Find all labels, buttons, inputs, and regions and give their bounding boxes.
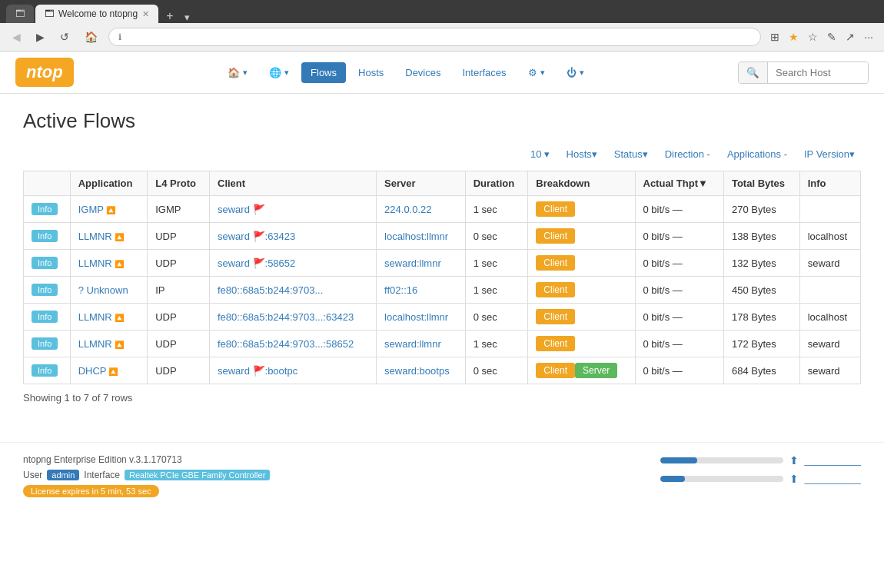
- application-link[interactable]: LLMNR 🔼: [78, 257, 124, 269]
- favorites-button[interactable]: ☆: [805, 29, 821, 45]
- client-link[interactable]: seward 🚩:bootpc: [218, 365, 297, 377]
- row-1-action: Info: [24, 223, 71, 250]
- toolbar-icons: ⊞ ★ ☆ ✎ ↗ ···: [767, 29, 876, 45]
- home-button[interactable]: 🏠: [80, 29, 102, 45]
- new-tab-button[interactable]: +: [160, 9, 179, 23]
- application-link[interactable]: LLMNR 🔼: [78, 311, 124, 323]
- nav-hosts[interactable]: Hosts: [349, 62, 393, 83]
- col-actual-thpt[interactable]: Actual Thpt▼: [635, 171, 723, 196]
- ip-version-filter[interactable]: IP Version▾: [798, 145, 861, 163]
- address-bar: ℹ localhost:3000/lua/flows_stats.lua: [108, 28, 761, 46]
- row-2-l4proto: UDP: [148, 250, 210, 277]
- row-0-action: Info: [24, 196, 71, 223]
- flag-icon: 🚩: [253, 257, 265, 269]
- reader-view-button[interactable]: ⊞: [767, 29, 783, 45]
- rows-filter[interactable]: 10 ▾: [524, 145, 555, 163]
- client-badge: Client: [536, 336, 575, 351]
- server-link[interactable]: localhost:llmnr: [384, 231, 448, 242]
- logo[interactable]: ntop: [15, 58, 74, 87]
- app-icon: 🔼: [112, 233, 124, 241]
- nav-home[interactable]: 🏠 ▾: [218, 62, 257, 83]
- row-6-duration: 0 sec: [465, 357, 528, 384]
- client-badge: Client: [536, 363, 575, 378]
- application-link[interactable]: LLMNR 🔼: [78, 338, 124, 350]
- row-1-l4proto: UDP: [148, 223, 210, 250]
- back-button[interactable]: ◀: [8, 29, 25, 45]
- col-application: Application: [70, 171, 148, 196]
- application-link[interactable]: IGMP 🔼: [78, 204, 115, 215]
- info-button[interactable]: Info: [32, 203, 58, 215]
- interface-badge: Realtek PCIe GBE Family Controller: [125, 470, 270, 480]
- row-1-info-text: localhost: [799, 223, 860, 250]
- server-link[interactable]: 224.0.0.22: [384, 204, 431, 215]
- share-button[interactable]: ↗: [842, 29, 858, 45]
- col-duration: Duration: [465, 171, 528, 196]
- nav-interfaces[interactable]: Interfaces: [454, 62, 516, 83]
- server-link[interactable]: seward:llmnr: [384, 338, 441, 350]
- app-icon: 🔼: [112, 341, 124, 349]
- info-button[interactable]: Info: [32, 284, 58, 296]
- col-total-bytes: Total Bytes: [723, 171, 799, 196]
- client-link[interactable]: seward 🚩: [218, 204, 265, 215]
- client-link[interactable]: fe80::68a5:b244:9703...: [218, 284, 323, 296]
- nav-globe[interactable]: 🌐 ▾: [260, 62, 298, 83]
- row-2-actual-thpt: 0 bit/s —: [635, 250, 723, 277]
- close-icon[interactable]: ✕: [142, 9, 149, 19]
- server-link[interactable]: seward:llmnr: [384, 257, 441, 269]
- search-input[interactable]: [768, 62, 868, 83]
- server-link[interactable]: seward:bootps: [384, 365, 450, 377]
- row-4-duration: 0 sec: [465, 304, 528, 331]
- application-link[interactable]: LLMNR 🔼: [78, 231, 124, 242]
- info-button[interactable]: Info: [32, 257, 58, 269]
- lock-icon: ℹ: [118, 32, 121, 42]
- edition-text: ntopng Enterprise Edition v.3.1.170713: [23, 454, 270, 465]
- search-button[interactable]: 🔍: [739, 62, 768, 83]
- client-link[interactable]: seward 🚩:58652: [218, 257, 295, 269]
- client-link[interactable]: fe80::68a5:b244:9703...:58652: [218, 338, 354, 350]
- client-link[interactable]: fe80::68a5:b244:9703...:63423: [218, 311, 354, 323]
- client-link[interactable]: seward 🚩:63423: [218, 231, 295, 242]
- row-1-breakdown: Client: [528, 223, 635, 250]
- address-input[interactable]: localhost:3000/lua/flows_stats.lua: [126, 32, 751, 42]
- row-0-duration: 1 sec: [465, 196, 528, 223]
- row-2-breakdown: Client: [528, 250, 635, 277]
- pen-button[interactable]: ✎: [824, 29, 839, 45]
- row-6-breakdown: ClientServer: [528, 357, 635, 384]
- browser-tab-active[interactable]: 🗔 Welcome to ntopng ✕: [35, 5, 158, 23]
- forward-button[interactable]: ▶: [32, 29, 49, 45]
- table-body: InfoIGMP 🔼IGMPseward 🚩224.0.0.221 secCli…: [24, 196, 861, 384]
- browser-tab-inactive[interactable]: 🗔: [6, 5, 34, 23]
- nav-devices[interactable]: Devices: [396, 62, 450, 83]
- row-5-l4proto: UDP: [148, 331, 210, 357]
- bookmark-button[interactable]: ★: [786, 29, 802, 45]
- flag-icon: 🚩: [253, 365, 265, 377]
- app-wrapper: ntop 🏠 ▾ 🌐 ▾ Flows Hosts Devices Interfa…: [0, 51, 884, 551]
- info-button[interactable]: Info: [32, 364, 58, 377]
- hosts-filter[interactable]: Hosts▾: [560, 145, 603, 163]
- server-link[interactable]: localhost:llmnr: [384, 311, 448, 323]
- info-button[interactable]: Info: [32, 311, 58, 323]
- table-header: Application L4 Proto Client Server Durat…: [24, 171, 861, 196]
- reload-button[interactable]: ↺: [55, 29, 74, 45]
- flows-table: Application L4 Proto Client Server Durat…: [23, 171, 861, 384]
- nav-power[interactable]: ⏻ ▾: [557, 62, 593, 83]
- application-link[interactable]: ? Unknown: [78, 284, 128, 296]
- row-3-total-bytes: 450 Bytes: [723, 277, 799, 304]
- tab-list-button[interactable]: ▾: [181, 12, 193, 23]
- row-3-duration: 1 sec: [465, 277, 528, 304]
- app-icon: 🔼: [112, 260, 124, 268]
- col-client: Client: [210, 171, 377, 196]
- menu-button[interactable]: ···: [861, 29, 876, 45]
- direction-filter[interactable]: Direction -: [659, 145, 716, 163]
- server-link[interactable]: ff02::16: [384, 284, 417, 296]
- info-button[interactable]: Info: [32, 337, 58, 350]
- flag-icon: 🚩: [253, 204, 265, 215]
- nav-flows[interactable]: Flows: [301, 62, 346, 83]
- nav-settings[interactable]: ⚙ ▾: [519, 62, 554, 83]
- applications-filter[interactable]: Applications -: [721, 145, 793, 163]
- status-filter[interactable]: Status▾: [608, 145, 654, 163]
- info-button[interactable]: Info: [32, 230, 58, 242]
- application-link[interactable]: DHCP 🔼: [78, 365, 118, 377]
- row-3-actual-thpt: 0 bit/s —: [635, 277, 723, 304]
- table-row: InfoLLMNR 🔼UDPfe80::68a5:b244:9703...:58…: [24, 331, 861, 357]
